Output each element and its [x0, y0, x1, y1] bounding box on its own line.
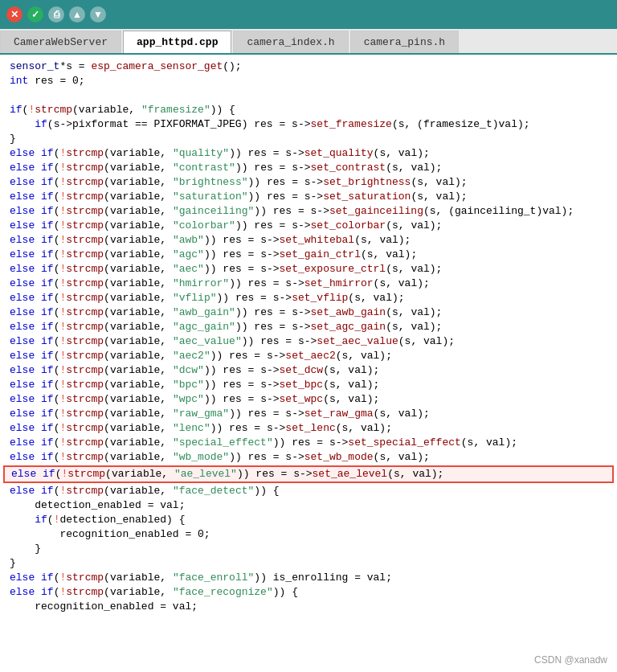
- code-line: detection_enabled = val;: [0, 498, 617, 513]
- code-line: else if(!strcmp(variable, "bpc")) res = …: [0, 378, 617, 392]
- code-line: }: [0, 556, 617, 571]
- code-line: else if(!strcmp(variable, "face_detect")…: [0, 484, 617, 498]
- tab-bar: CameraWebServer app_httpd.cpp camera_ind…: [0, 29, 617, 55]
- code-line: if(!detection_enabled) {: [0, 513, 617, 527]
- code-line: else if(!strcmp(variable, "agc_gain")) r…: [0, 320, 617, 334]
- tab-camerawebserver[interactable]: CameraWebServer: [0, 31, 121, 53]
- tab-camera-index[interactable]: camera_index.h: [233, 31, 348, 53]
- minimize-button[interactable]: ✓: [27, 6, 43, 23]
- tab-camera-pins[interactable]: camera_pins.h: [350, 31, 459, 53]
- code-line: [0, 88, 617, 103]
- code-line: else if(!strcmp(variable, "aec2")) res =…: [0, 349, 617, 363]
- code-line: else if(!strcmp(variable, "face_recogniz…: [0, 585, 617, 600]
- code-line: else if(!strcmp(variable, "aec")) res = …: [0, 262, 617, 277]
- code-line: else if(!strcmp(variable, "colorbar")) r…: [0, 219, 617, 233]
- code-line: else if(!strcmp(variable, "face_enroll")…: [0, 571, 617, 585]
- code-line: }: [0, 132, 617, 146]
- code-line: else if(!strcmp(variable, "wpc")) res = …: [0, 392, 617, 407]
- code-line: int res = 0;: [0, 74, 617, 88]
- code-line: if(!strcmp(variable, "framesize")) {: [0, 103, 617, 117]
- upload-button[interactable]: ▲: [69, 6, 85, 23]
- title-bar: ✕ ✓ ⎙ ▲ ▼: [0, 0, 617, 29]
- code-line: else if(!strcmp(variable, "dcw")) res = …: [0, 363, 617, 378]
- code-line: else if(!strcmp(variable, "awb")) res = …: [0, 233, 617, 248]
- code-area[interactable]: sensor_t *s = esp_camera_sensor_get(); i…: [0, 55, 617, 672]
- code-line: else if(!strcmp(variable, "raw_gma")) re…: [0, 407, 617, 421]
- watermark: CSDN @xanadw: [534, 654, 607, 666]
- code-line: else if(!strcmp(variable, "quality")) re…: [0, 146, 617, 161]
- document-button[interactable]: ⎙: [48, 6, 64, 23]
- code-line: else if(!strcmp(variable, "saturation"))…: [0, 190, 617, 204]
- code-line: else if(!strcmp(variable, "gainceiling")…: [0, 204, 617, 219]
- code-line: else if(!strcmp(variable, "wb_mode")) re…: [0, 450, 617, 465]
- code-line: recognition_enabled = val;: [0, 600, 617, 614]
- code-line: recognition_enabled = 0;: [0, 527, 617, 542]
- code-line: else if(!strcmp(variable, "agc")) res = …: [0, 248, 617, 262]
- download-button[interactable]: ▼: [90, 6, 106, 23]
- close-button[interactable]: ✕: [6, 6, 22, 23]
- code-line: else if(!strcmp(variable, "hmirror")) re…: [0, 277, 617, 291]
- highlighted-code-line: else if(!strcmp(variable, "ae_level")) r…: [3, 465, 614, 483]
- code-line: else if(!strcmp(variable, "special_effec…: [0, 436, 617, 450]
- code-line: }: [0, 542, 617, 556]
- code-line: else if(!strcmp(variable, "aec_value")) …: [0, 334, 617, 349]
- tab-app-httpd[interactable]: app_httpd.cpp: [123, 31, 231, 53]
- code-line: else if(!strcmp(variable, "contrast")) r…: [0, 161, 617, 175]
- code-line: else if(!strcmp(variable, "vflip")) res …: [0, 291, 617, 305]
- code-line: if(s->pixformat == PIXFORMAT_JPEG) res =…: [0, 117, 617, 132]
- code-line: else if(!strcmp(variable, "awb_gain")) r…: [0, 305, 617, 320]
- code-line: sensor_t *s = esp_camera_sensor_get();: [0, 59, 617, 74]
- code-line: else if(!strcmp(variable, "brightness"))…: [0, 175, 617, 190]
- code-line: else if(!strcmp(variable, "lenc")) res =…: [0, 421, 617, 436]
